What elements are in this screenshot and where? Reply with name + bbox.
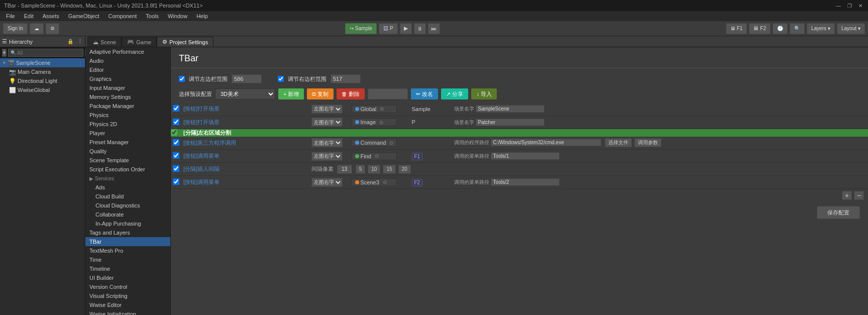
menu-path-input[interactable] bbox=[491, 178, 560, 186]
menu-file[interactable]: File bbox=[2, 13, 19, 19]
settings-input[interactable]: Input Manager bbox=[85, 83, 170, 92]
cloud-button[interactable]: ☁ bbox=[30, 23, 44, 34]
hierarchy-item-maincamera[interactable]: 📷 Main Camera bbox=[0, 67, 85, 76]
settings-iap[interactable]: In-App Purchasing bbox=[85, 219, 170, 228]
history-button[interactable]: 🕐 bbox=[773, 23, 788, 34]
settings-ui-builder[interactable]: UI Builder bbox=[85, 273, 170, 282]
menu-tools[interactable]: Tools bbox=[142, 13, 163, 19]
rename-button[interactable]: ✏ 改名 bbox=[411, 88, 438, 99]
settings-version-control[interactable]: Version Control bbox=[85, 282, 170, 291]
share-button[interactable]: ↗ 分享 bbox=[441, 88, 468, 99]
menu-path-input[interactable] bbox=[491, 152, 560, 160]
settings-textmesh[interactable]: TextMesh Pro bbox=[85, 246, 170, 255]
row-side-select[interactable]: 左图右字 bbox=[311, 152, 343, 161]
hierarchy-add-button[interactable]: + bbox=[2, 49, 7, 57]
spacing-10-button[interactable]: 10 bbox=[368, 165, 380, 174]
row-checkbox[interactable] bbox=[173, 152, 179, 159]
tab-game[interactable]: 🎮 Game bbox=[122, 37, 157, 47]
menu-help[interactable]: Help bbox=[192, 13, 212, 19]
settings-collaborate[interactable]: Collaborate bbox=[85, 210, 170, 219]
new-button[interactable]: + 新增 bbox=[278, 88, 304, 99]
hierarchy-item-samplescene[interactable]: ▼ 🎬 SampleScene ⋮ bbox=[0, 58, 85, 67]
settings-tags[interactable]: Tags and Layers bbox=[85, 228, 170, 237]
settings-quality[interactable]: Quality bbox=[85, 147, 170, 156]
row-side-select[interactable]: 左图右字 bbox=[311, 178, 343, 187]
signin-button[interactable]: Sign In bbox=[3, 23, 28, 34]
spacing-value-input[interactable] bbox=[337, 165, 352, 174]
settings-editor[interactable]: Editor bbox=[85, 65, 170, 74]
hierarchy-menu-icon[interactable]: ⋮ bbox=[77, 38, 83, 45]
preset-select[interactable]: 3D美术 bbox=[215, 88, 275, 99]
row-side-select[interactable]: 左图右字 bbox=[311, 138, 343, 147]
settings-preset[interactable]: Preset Manager bbox=[85, 138, 170, 147]
settings-memory[interactable]: Memory Settings bbox=[85, 92, 170, 101]
f1-button[interactable]: 🖥 F1 bbox=[726, 23, 747, 34]
settings-time[interactable]: Time bbox=[85, 255, 170, 264]
row-checkbox[interactable] bbox=[173, 119, 179, 125]
tab-project-settings[interactable]: ⚙ Project Settings bbox=[157, 37, 213, 47]
menu-window[interactable]: Window bbox=[164, 13, 191, 19]
spacing-20-button[interactable]: 20 bbox=[398, 165, 411, 174]
settings-package[interactable]: Package Manager bbox=[85, 101, 170, 111]
key-circle-icon[interactable]: ⊙ bbox=[379, 120, 383, 125]
settings-cloud-build[interactable]: Cloud Build bbox=[85, 192, 170, 201]
row-checkbox[interactable] bbox=[171, 129, 177, 136]
hierarchy-lock-icon[interactable]: 🔒 bbox=[67, 39, 73, 44]
restore-button[interactable]: ❐ bbox=[846, 2, 853, 9]
row-checkbox[interactable] bbox=[173, 139, 179, 146]
settings-ads[interactable]: Ads bbox=[85, 183, 170, 192]
minimize-button[interactable]: — bbox=[835, 2, 842, 9]
key-circle-icon[interactable]: ⊙ bbox=[375, 153, 379, 159]
save-config-button[interactable]: 保存配置 bbox=[817, 206, 860, 219]
settings-script-exec[interactable]: Script Execution Order bbox=[85, 165, 170, 174]
row-side-select[interactable]: 左图右字 bbox=[311, 118, 343, 127]
call-args-button[interactable]: 调用参数 bbox=[634, 138, 662, 147]
step-button[interactable]: ⏭ bbox=[428, 23, 440, 34]
settings-graphics[interactable]: Graphics bbox=[85, 74, 170, 83]
hierarchy-search-input[interactable] bbox=[17, 50, 81, 56]
search-button[interactable]: 🔍 bbox=[790, 23, 805, 34]
row-checkbox[interactable] bbox=[173, 178, 179, 185]
row-side-select[interactable]: 左图右字 bbox=[311, 104, 343, 114]
settings-cloud-diag[interactable]: Cloud Diagnostics bbox=[85, 201, 170, 210]
row-checkbox[interactable] bbox=[173, 105, 179, 112]
key-circle-icon[interactable]: ⊙ bbox=[380, 106, 384, 112]
pause-button[interactable]: ⏸ bbox=[414, 23, 426, 34]
play-button[interactable]: ▶ bbox=[400, 23, 412, 34]
menu-gameobject[interactable]: GameObject bbox=[64, 13, 103, 19]
sample-tab-button[interactable]: ↪ Sample bbox=[345, 23, 377, 34]
settings-player[interactable]: Player bbox=[85, 129, 170, 138]
row-checkbox[interactable] bbox=[173, 165, 179, 172]
menu-component[interactable]: Component bbox=[104, 13, 141, 19]
select-file-button[interactable]: 选择文件 bbox=[605, 138, 632, 147]
f2-button[interactable]: 🏛 F2 bbox=[749, 23, 771, 34]
settings-wwise-init[interactable]: Wwise Initialization bbox=[85, 309, 170, 315]
item-menu-icon[interactable]: ⋮ bbox=[78, 60, 83, 66]
add-row-button[interactable]: + bbox=[842, 191, 852, 200]
range-left-input[interactable] bbox=[232, 74, 262, 83]
import-button[interactable]: ↓ 导入 bbox=[471, 88, 497, 99]
range-left-checkbox[interactable] bbox=[179, 76, 185, 82]
close-button[interactable]: ✕ bbox=[857, 2, 864, 9]
copy-button[interactable]: ⧉ 复制 bbox=[307, 88, 334, 99]
key-circle-icon[interactable]: ⊙ bbox=[383, 179, 387, 185]
scene-value-input[interactable] bbox=[476, 119, 545, 126]
hierarchy-item-wwiseglobal[interactable]: ⬜ WwiseGlobal bbox=[0, 85, 85, 94]
scene-value-input[interactable] bbox=[476, 105, 545, 113]
spacing-15-button[interactable]: 15 bbox=[383, 165, 395, 174]
tab-scene[interactable]: ⛰ Scene bbox=[87, 37, 122, 47]
settings-audio[interactable]: Audio bbox=[85, 56, 170, 65]
layout-button[interactable]: Layout ▾ bbox=[837, 23, 865, 34]
settings-wwise-editor[interactable]: Wwise Editor bbox=[85, 300, 170, 309]
gear-button[interactable]: ⚙ bbox=[46, 23, 59, 34]
key-circle-icon[interactable]: ⊙ bbox=[389, 140, 393, 146]
settings-tbar[interactable]: TBar bbox=[85, 237, 170, 246]
menu-edit[interactable]: Edit bbox=[20, 13, 38, 19]
p-tab-button[interactable]: 🖼 P bbox=[379, 23, 398, 34]
cmd-path-input[interactable] bbox=[491, 139, 601, 146]
settings-timeline[interactable]: Timeline bbox=[85, 264, 170, 273]
range-right-input[interactable] bbox=[331, 74, 361, 83]
remove-row-button[interactable]: − bbox=[854, 191, 864, 200]
layers-button[interactable]: Layers ▾ bbox=[807, 23, 835, 34]
settings-adaptive[interactable]: Adaptive Performance bbox=[85, 47, 170, 56]
